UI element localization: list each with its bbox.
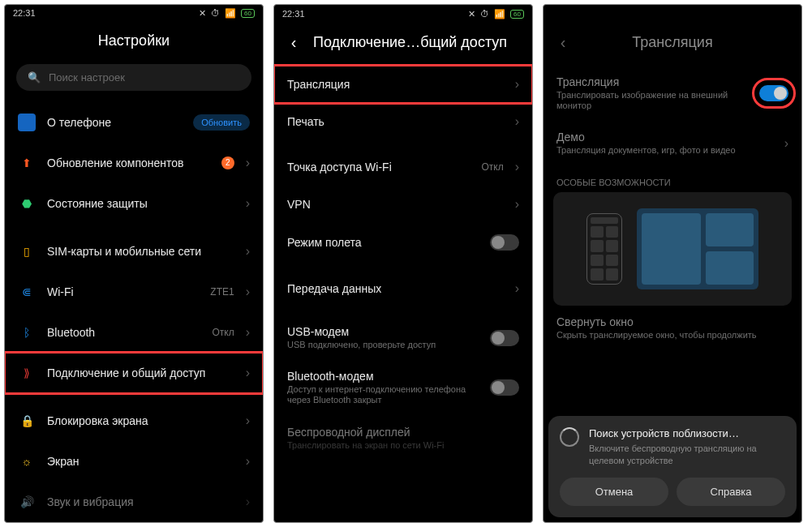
row-security-status[interactable]: ⬣ Состояние защиты › — [5, 183, 263, 224]
update-pill[interactable]: Обновить — [193, 114, 250, 131]
row-display[interactable]: ☼ Экран › — [5, 441, 263, 482]
loading-spinner-icon — [560, 427, 579, 447]
dialog-subtitle: Включите беспроводную трансляцию на целе… — [589, 443, 785, 466]
cast-illustration — [553, 192, 792, 306]
row-usb-modem[interactable]: USB-модем USB подключено, проверьте дост… — [274, 315, 532, 360]
bt-value: Откл — [212, 327, 234, 338]
row-demo[interactable]: Демо Трансляция документов, игр, фото и … — [543, 121, 801, 165]
wifi-value: ZTE1 — [210, 286, 234, 298]
row-bluetooth[interactable]: ᛒ Bluetooth Откл › — [5, 312, 263, 353]
chevron-right-icon: › — [246, 156, 250, 170]
screen-cast: ‹ Трансляция Трансляция Транслировать из… — [543, 4, 802, 523]
phone-icon — [18, 114, 36, 131]
dialog-title: Поиск устройств поблизости… — [589, 427, 785, 439]
header: ‹ Трансляция — [543, 23, 801, 66]
status-time: 22:31 — [282, 9, 305, 19]
row-lockscreen[interactable]: 🔒 Блокировка экрана › — [5, 401, 263, 441]
share-icon: ⟫ — [18, 364, 36, 382]
dnd-icon: ✕ — [468, 9, 475, 19]
alarm-icon: ⏱ — [480, 9, 489, 19]
chevron-right-icon: › — [515, 77, 519, 92]
chevron-right-icon: › — [515, 114, 519, 129]
wifi-icon: ⋐ — [18, 283, 36, 301]
row-sim[interactable]: ▯ SIM-карты и мобильные сети › — [5, 231, 263, 272]
help-button[interactable]: Справка — [677, 478, 785, 506]
usb-modem-toggle[interactable] — [490, 330, 519, 346]
page-title: Настройки — [98, 32, 170, 49]
chevron-right-icon: › — [246, 244, 250, 259]
battery-icon: 60 — [510, 10, 524, 19]
shield-icon: ⬣ — [18, 195, 36, 212]
cancel-button[interactable]: Отмена — [560, 478, 668, 506]
row-minimize-window[interactable]: Свернуть окно Скрыть транслируемое окно,… — [543, 306, 801, 350]
search-placeholder: Поиск настроек — [49, 71, 125, 84]
page-title: Трансляция — [632, 34, 712, 51]
row-bt-modem[interactable]: Bluetooth-модем Доступ к интернет-подклю… — [274, 360, 532, 415]
chevron-right-icon: › — [246, 413, 250, 428]
chevron-right-icon: › — [246, 196, 250, 211]
screen-connection-sharing: 22:31 ✕ ⏱ 📶 60 ‹ Подключение…бщий доступ… — [273, 4, 533, 523]
bluetooth-icon: ᛒ — [18, 323, 36, 341]
chevron-right-icon: › — [515, 197, 519, 212]
chevron-right-icon: › — [246, 285, 250, 299]
illustration-phone-icon — [586, 213, 622, 285]
header: ‹ Подключение…бщий доступ — [274, 23, 532, 66]
chevron-right-icon: › — [246, 325, 250, 340]
row-vpn[interactable]: VPN › — [274, 186, 532, 223]
section-label: ОСОБЫЕ ВОЗМОЖНОСТИ — [543, 166, 801, 192]
search-devices-dialog: Поиск устройств поблизости… Включите бес… — [548, 416, 797, 517]
status-bar: 22:31 ✕ ⏱ 📶 60 — [274, 5, 532, 23]
bt-modem-toggle[interactable] — [490, 379, 519, 396]
illustration-screen-icon — [637, 208, 758, 289]
brightness-icon: ☼ — [18, 452, 36, 470]
page-title: Подключение…бщий доступ — [313, 34, 507, 51]
row-cast[interactable]: Трансляция › — [274, 66, 532, 103]
search-input[interactable]: 🔍 Поиск настроек — [16, 64, 251, 91]
screen-settings: 22:31 ✕ ⏱ 📶 60 Настройки 🔍 Поиск настрое… — [4, 4, 264, 523]
status-time: 22:31 — [13, 8, 36, 18]
cast-toggle[interactable] — [759, 85, 788, 101]
row-airplane-mode[interactable]: Режим полета — [274, 223, 532, 262]
row-wireless-display[interactable]: Беспроводной дисплей Транслировать на эк… — [274, 416, 532, 461]
row-about-phone[interactable]: О телефоне Обновить — [5, 102, 263, 143]
row-component-updates[interactable]: ⬆ Обновление компонентов 2 › — [5, 143, 263, 183]
row-hotspot[interactable]: Точка доступа Wi-Fi Откл › — [274, 148, 532, 186]
chevron-right-icon: › — [246, 454, 250, 469]
chevron-right-icon: › — [246, 495, 250, 509]
update-icon: ⬆ — [18, 154, 36, 172]
dnd-icon: ✕ — [199, 8, 206, 19]
sim-icon: ▯ — [18, 242, 36, 260]
row-data-transfer[interactable]: Передача данных › — [274, 270, 532, 307]
volume-icon: 🔊 — [18, 493, 36, 511]
back-button[interactable]: ‹ — [286, 35, 302, 51]
battery-icon: 60 — [241, 9, 255, 18]
hotspot-value: Откл — [481, 161, 503, 173]
back-button[interactable]: ‹ — [555, 35, 571, 51]
chevron-right-icon: › — [246, 366, 250, 380]
status-bar: 22:31 ✕ ⏱ 📶 60 — [5, 5, 263, 21]
update-badge: 2 — [221, 156, 234, 169]
chevron-right-icon: › — [515, 160, 519, 174]
row-print[interactable]: Печать › — [274, 103, 532, 140]
signal-icon: 📶 — [225, 8, 236, 19]
chevron-right-icon: › — [515, 281, 519, 296]
row-connection-sharing[interactable]: ⟫ Подключение и общий доступ › — [5, 353, 263, 393]
row-sound[interactable]: 🔊 Звук и вибрация › — [5, 482, 263, 522]
alarm-icon: ⏱ — [211, 8, 220, 18]
airplane-toggle[interactable] — [490, 234, 519, 251]
row-wifi[interactable]: ⋐ Wi-Fi ZTE1 › — [5, 272, 263, 312]
header: Настройки — [5, 21, 263, 64]
chevron-right-icon: › — [784, 136, 788, 151]
lock-icon: 🔒 — [18, 412, 36, 430]
row-cast-toggle[interactable]: Трансляция Транслировать изображение на … — [543, 66, 801, 121]
search-icon: 🔍 — [28, 71, 41, 84]
signal-icon: 📶 — [494, 9, 505, 19]
